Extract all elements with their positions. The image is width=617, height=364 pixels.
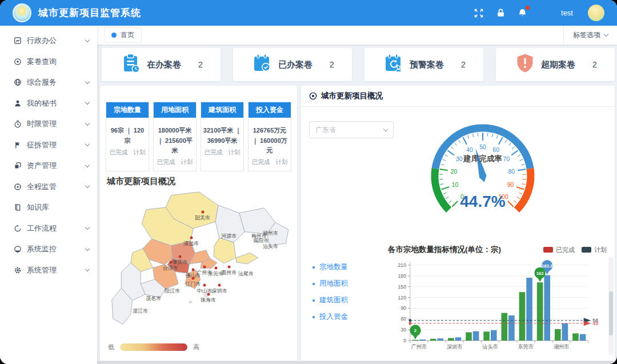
link-label: 投入资金	[319, 312, 348, 322]
map-city-label: 江门市	[186, 277, 201, 287]
username[interactable]: test	[561, 9, 573, 17]
card-pending-cases[interactable]: 在办案卷 2	[102, 48, 221, 81]
sidebar-item-label: 系统监控	[27, 244, 86, 254]
case-search-icon	[14, 58, 22, 66]
map-city-label: 云浮市	[163, 261, 178, 272]
city-dot-icon	[201, 210, 204, 213]
svg-text:深圳市: 深圳市	[447, 344, 463, 350]
tab-bar: 首页 标签选项	[97, 26, 617, 45]
bullet-icon	[312, 299, 315, 302]
link-investment[interactable]: 投入资金	[312, 309, 348, 325]
map-city-label: 中山市	[197, 284, 212, 295]
sidebar-item-10[interactable]: 系统监控	[0, 239, 97, 260]
map-city-label: 汕头市	[263, 242, 278, 250]
overview-panel: 宗地数量 96宗 ｜ 120宗 已完成计划 用地面积 180000平米 ｜ 21…	[100, 86, 297, 361]
legend-gradient-bar	[120, 343, 187, 351]
notification-badge	[526, 6, 530, 10]
scrollbar-thumb[interactable]	[609, 291, 613, 335]
sidebar-nav: 行政办公案卷查询综合服务我的秘书时限管理征拆管理资产管理全程监管知识库工作流程系…	[0, 26, 97, 364]
stat-caption-done: 已完成	[252, 158, 270, 166]
svg-text:汕头市: 汕头市	[482, 344, 498, 350]
tab-active-dot-icon	[111, 33, 117, 38]
clipboard-pending-icon	[119, 52, 142, 77]
sidebar-item-label: 综合服务	[27, 77, 86, 87]
user-avatar[interactable]	[588, 5, 604, 21]
app-logo-icon	[13, 3, 31, 22]
stat-building-area: 建筑面积 32100平米 ｜ 36990平米 已完成计划	[201, 102, 244, 171]
link-parcel-count[interactable]: 宗地数量	[312, 259, 348, 275]
sidebar-item-7[interactable]: 全程监管	[0, 177, 97, 198]
bell-icon[interactable]	[516, 7, 528, 19]
map-city-label: 广州市	[197, 265, 212, 276]
sidebar-item-1[interactable]: 案卷查询	[0, 51, 97, 73]
svg-text:44.7%: 44.7%	[460, 193, 505, 210]
card-done-cases[interactable]: 已办案卷 2	[233, 48, 352, 81]
tag-options-label: 标签选项	[573, 30, 600, 40]
sidebar-item-label: 征拆管理	[27, 140, 86, 150]
sidebar-item-label: 资产管理	[27, 161, 86, 171]
sidebar-item-2[interactable]: 综合服务	[0, 72, 97, 93]
sidebar-item-6[interactable]: 资产管理	[0, 155, 97, 177]
card-count: 2	[330, 60, 334, 69]
tag-options-button[interactable]: 标签选项	[563, 26, 617, 45]
card-warning-cases[interactable]: 预警案卷 2	[364, 48, 483, 81]
stat-header: 宗地数量	[106, 102, 149, 118]
sidebar-item-11[interactable]: 系统管理	[0, 260, 97, 281]
city-dot-icon	[192, 277, 195, 279]
svg-text:182.2: 182.2	[542, 263, 553, 269]
city-dot-icon	[179, 255, 182, 258]
summary-cards: 在办案卷 2 已办案卷 2	[102, 48, 615, 81]
legend-plan[interactable]: 计划	[582, 246, 607, 254]
sidebar-item-9[interactable]: 工作流程	[0, 218, 97, 239]
workflow-icon	[14, 225, 22, 233]
svg-text:10: 10	[452, 181, 459, 188]
svg-text:建库完成率: 建库完成率	[463, 154, 502, 163]
chevron-down-icon	[85, 38, 90, 42]
stat-caption-done: 已完成	[205, 149, 223, 157]
sidebar-item-label: 全程监管	[27, 182, 86, 192]
svg-text:80: 80	[508, 168, 515, 175]
sidebar-item-label: 知识库	[27, 202, 86, 213]
sidebar-item-8[interactable]: 知识库	[0, 197, 97, 218]
stat-caption-done: 已完成	[157, 158, 175, 166]
map-city-label: 梅州市	[251, 233, 267, 240]
card-overdue-cases[interactable]: 超期案卷 2	[496, 48, 615, 81]
map-city-label: 韶关市	[195, 210, 210, 221]
map-city-label: 汕尾市	[238, 270, 254, 277]
fullscreen-icon[interactable]	[473, 7, 484, 19]
scrollbar[interactable]	[608, 257, 614, 355]
sidebar-item-3[interactable]: 我的秘书	[0, 93, 97, 114]
city-dot-icon	[190, 237, 193, 239]
sidebar-item-0[interactable]: 行政办公	[0, 30, 97, 51]
svg-text:120: 120	[398, 294, 407, 300]
sidebar-item-label: 我的秘书	[27, 98, 86, 109]
sidebar-item-label: 案卷查询	[27, 57, 86, 67]
tab-home-label: 首页	[121, 30, 134, 40]
calendar-done-icon	[251, 52, 274, 77]
chevron-down-icon	[85, 246, 90, 251]
link-building-area[interactable]: 建筑面积	[312, 292, 348, 309]
map-city-label: 揭阳市	[253, 237, 269, 244]
map-city-label: 河源市	[221, 233, 237, 240]
svg-text:210: 210	[398, 262, 407, 268]
legend-done-label: 已完成	[556, 246, 575, 253]
lock-icon[interactable]	[495, 7, 506, 19]
city-dot-icon	[203, 265, 206, 268]
secretary-icon	[14, 99, 22, 107]
tab-home[interactable]: 首页	[104, 27, 142, 43]
guangdong-map[interactable]: 韶关市梅州市河源市潮州市揭阳市汕头市清远市肇庆市广州市佛山市东莞市惠州市汕尾市云…	[105, 189, 293, 333]
sidebar-item-4[interactable]: 时限管理	[0, 114, 97, 135]
chevron-down-icon	[85, 183, 90, 188]
legend-done[interactable]: 已完成	[543, 246, 575, 254]
link-land-area[interactable]: 用地面积	[312, 275, 348, 292]
svg-text:90: 90	[507, 181, 514, 188]
sidebar-item-label: 工作流程	[27, 223, 86, 234]
metric-links: 宗地数量 用地面积 建筑面积 投入资金	[312, 259, 348, 325]
card-label: 预警案卷	[410, 59, 444, 70]
stat-header: 建筑面积	[201, 102, 243, 118]
province-select[interactable]: 广东省	[309, 121, 394, 138]
card-count: 2	[461, 60, 466, 69]
stat-value: 126765万元 ｜ 160000万元	[250, 126, 289, 156]
sidebar-item-5[interactable]: 征拆管理	[0, 135, 97, 156]
supervision-icon	[14, 183, 22, 191]
